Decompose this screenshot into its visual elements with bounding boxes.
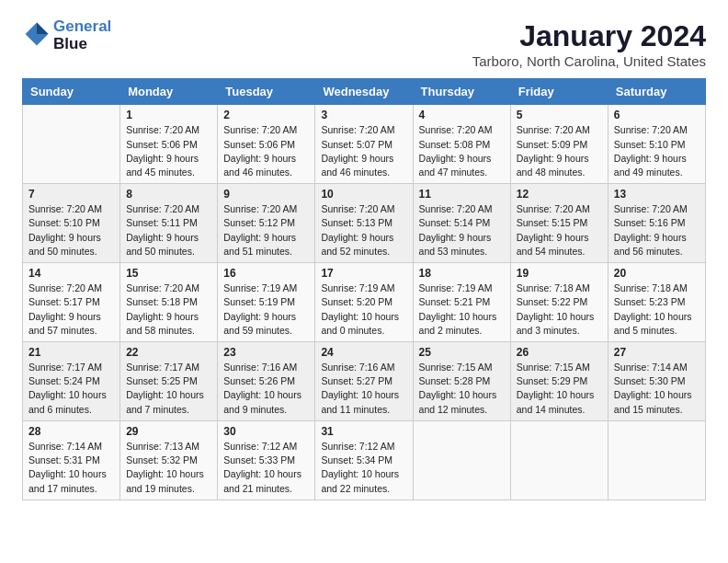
day-number: 19: [517, 267, 602, 280]
day-number: 27: [614, 346, 700, 359]
day-info: Sunrise: 7:18 AM Sunset: 5:23 PM Dayligh…: [614, 282, 700, 338]
svg-marker-1: [37, 22, 48, 33]
calendar-cell: 14Sunrise: 7:20 AM Sunset: 5:17 PM Dayli…: [23, 263, 120, 342]
day-info: Sunrise: 7:20 AM Sunset: 5:14 PM Dayligh…: [419, 202, 505, 259]
logo-text: General Blue: [53, 18, 111, 52]
day-number: 17: [321, 267, 406, 280]
calendar-week-4: 21Sunrise: 7:17 AM Sunset: 5:24 PM Dayli…: [23, 342, 706, 421]
day-info: Sunrise: 7:20 AM Sunset: 5:13 PM Dayligh…: [321, 202, 406, 259]
title-block: January 2024 Tarboro, North Carolina, Un…: [472, 18, 706, 69]
calendar-cell: 4Sunrise: 7:20 AM Sunset: 5:08 PM Daylig…: [413, 105, 510, 184]
calendar-week-3: 14Sunrise: 7:20 AM Sunset: 5:17 PM Dayli…: [23, 263, 706, 342]
day-number: 13: [614, 188, 700, 201]
day-number: 31: [321, 425, 406, 438]
day-number: 16: [223, 267, 309, 280]
weekday-header-friday: Friday: [510, 79, 608, 105]
calendar-cell: 6Sunrise: 7:20 AM Sunset: 5:10 PM Daylig…: [608, 105, 705, 184]
day-info: Sunrise: 7:18 AM Sunset: 5:22 PM Dayligh…: [517, 282, 602, 338]
calendar-cell: 18Sunrise: 7:19 AM Sunset: 5:21 PM Dayli…: [413, 263, 510, 342]
weekday-header-sunday: Sunday: [23, 79, 120, 105]
calendar-cell: 3Sunrise: 7:20 AM Sunset: 5:07 PM Daylig…: [315, 105, 413, 184]
day-number: 26: [517, 346, 602, 359]
day-number: 25: [419, 346, 505, 359]
calendar-cell: [510, 420, 608, 500]
day-info: Sunrise: 7:15 AM Sunset: 5:29 PM Dayligh…: [517, 361, 602, 417]
logo: General Blue: [22, 18, 111, 52]
weekday-header-thursday: Thursday: [413, 79, 510, 105]
day-number: 6: [614, 109, 700, 121]
weekday-header-tuesday: Tuesday: [218, 79, 315, 105]
calendar-cell: 28Sunrise: 7:14 AM Sunset: 5:31 PM Dayli…: [23, 420, 120, 500]
calendar-week-2: 7Sunrise: 7:20 AM Sunset: 5:10 PM Daylig…: [23, 184, 706, 263]
calendar-cell: 15Sunrise: 7:20 AM Sunset: 5:18 PM Dayli…: [120, 263, 218, 342]
calendar-cell: 24Sunrise: 7:16 AM Sunset: 5:27 PM Dayli…: [315, 342, 413, 421]
day-info: Sunrise: 7:20 AM Sunset: 5:07 PM Dayligh…: [321, 123, 406, 179]
day-number: 29: [126, 425, 211, 438]
calendar-cell: 13Sunrise: 7:20 AM Sunset: 5:16 PM Dayli…: [608, 184, 705, 263]
day-info: Sunrise: 7:20 AM Sunset: 5:06 PM Dayligh…: [126, 123, 211, 179]
day-number: 1: [126, 109, 211, 121]
day-number: 12: [517, 188, 602, 201]
day-info: Sunrise: 7:20 AM Sunset: 5:06 PM Dayligh…: [223, 123, 309, 179]
day-info: Sunrise: 7:16 AM Sunset: 5:26 PM Dayligh…: [223, 361, 309, 417]
calendar-cell: 8Sunrise: 7:20 AM Sunset: 5:11 PM Daylig…: [120, 184, 218, 263]
day-number: 22: [126, 346, 211, 359]
day-info: Sunrise: 7:20 AM Sunset: 5:10 PM Dayligh…: [28, 202, 114, 259]
day-info: Sunrise: 7:20 AM Sunset: 5:09 PM Dayligh…: [517, 123, 602, 179]
calendar-cell: 31Sunrise: 7:12 AM Sunset: 5:34 PM Dayli…: [315, 420, 413, 500]
day-number: 2: [223, 109, 309, 121]
day-number: 28: [28, 425, 114, 438]
calendar-cell: 12Sunrise: 7:20 AM Sunset: 5:15 PM Dayli…: [510, 184, 608, 263]
calendar-cell: 26Sunrise: 7:15 AM Sunset: 5:29 PM Dayli…: [510, 342, 608, 421]
day-number: 14: [28, 267, 114, 280]
day-info: Sunrise: 7:15 AM Sunset: 5:28 PM Dayligh…: [419, 361, 505, 417]
calendar-cell: 9Sunrise: 7:20 AM Sunset: 5:12 PM Daylig…: [218, 184, 315, 263]
day-number: 3: [321, 109, 406, 121]
calendar-cell: 25Sunrise: 7:15 AM Sunset: 5:28 PM Dayli…: [413, 342, 510, 421]
calendar-cell: [413, 420, 510, 500]
day-info: Sunrise: 7:17 AM Sunset: 5:25 PM Dayligh…: [126, 361, 211, 417]
calendar-cell: 21Sunrise: 7:17 AM Sunset: 5:24 PM Dayli…: [23, 342, 120, 421]
logo-icon: [24, 21, 50, 47]
day-info: Sunrise: 7:12 AM Sunset: 5:34 PM Dayligh…: [321, 440, 406, 496]
calendar-cell: 16Sunrise: 7:19 AM Sunset: 5:19 PM Dayli…: [218, 263, 315, 342]
day-info: Sunrise: 7:20 AM Sunset: 5:17 PM Dayligh…: [28, 282, 114, 338]
calendar-cell: 22Sunrise: 7:17 AM Sunset: 5:25 PM Dayli…: [120, 342, 218, 421]
day-number: 21: [28, 346, 114, 359]
calendar-cell: 19Sunrise: 7:18 AM Sunset: 5:22 PM Dayli…: [510, 263, 608, 342]
day-number: 23: [223, 346, 309, 359]
calendar-cell: 2Sunrise: 7:20 AM Sunset: 5:06 PM Daylig…: [218, 105, 315, 184]
day-info: Sunrise: 7:13 AM Sunset: 5:32 PM Dayligh…: [126, 440, 211, 496]
day-info: Sunrise: 7:19 AM Sunset: 5:20 PM Dayligh…: [321, 282, 406, 338]
calendar-cell: 10Sunrise: 7:20 AM Sunset: 5:13 PM Dayli…: [315, 184, 413, 263]
day-number: 11: [419, 188, 505, 201]
day-number: 30: [223, 425, 309, 438]
calendar-cell: 7Sunrise: 7:20 AM Sunset: 5:10 PM Daylig…: [23, 184, 120, 263]
day-info: Sunrise: 7:19 AM Sunset: 5:21 PM Dayligh…: [419, 282, 505, 338]
calendar-cell: [608, 420, 705, 500]
weekday-header-monday: Monday: [120, 79, 218, 105]
day-number: 24: [321, 346, 406, 359]
calendar-cell: 29Sunrise: 7:13 AM Sunset: 5:32 PM Dayli…: [120, 420, 218, 500]
calendar-cell: 27Sunrise: 7:14 AM Sunset: 5:30 PM Dayli…: [608, 342, 705, 421]
day-info: Sunrise: 7:16 AM Sunset: 5:27 PM Dayligh…: [321, 361, 406, 417]
calendar-cell: 23Sunrise: 7:16 AM Sunset: 5:26 PM Dayli…: [218, 342, 315, 421]
weekday-header-row: SundayMondayTuesdayWednesdayThursdayFrid…: [23, 79, 706, 105]
day-number: 20: [614, 267, 700, 280]
day-number: 7: [28, 188, 114, 201]
day-info: Sunrise: 7:20 AM Sunset: 5:15 PM Dayligh…: [517, 202, 602, 259]
day-info: Sunrise: 7:14 AM Sunset: 5:30 PM Dayligh…: [614, 361, 700, 417]
calendar-body: 1Sunrise: 7:20 AM Sunset: 5:06 PM Daylig…: [23, 105, 706, 500]
day-info: Sunrise: 7:20 AM Sunset: 5:10 PM Dayligh…: [614, 123, 700, 179]
calendar-cell: 30Sunrise: 7:12 AM Sunset: 5:33 PM Dayli…: [218, 420, 315, 500]
day-info: Sunrise: 7:14 AM Sunset: 5:31 PM Dayligh…: [28, 440, 114, 496]
day-info: Sunrise: 7:20 AM Sunset: 5:08 PM Dayligh…: [419, 123, 505, 179]
day-number: 18: [419, 267, 505, 280]
weekday-header-wednesday: Wednesday: [315, 79, 413, 105]
calendar-week-5: 28Sunrise: 7:14 AM Sunset: 5:31 PM Dayli…: [23, 420, 706, 500]
day-info: Sunrise: 7:20 AM Sunset: 5:12 PM Dayligh…: [223, 202, 309, 259]
day-number: 9: [223, 188, 309, 201]
day-number: 4: [419, 109, 505, 121]
day-info: Sunrise: 7:17 AM Sunset: 5:24 PM Dayligh…: [28, 361, 114, 417]
day-info: Sunrise: 7:20 AM Sunset: 5:18 PM Dayligh…: [126, 282, 211, 338]
